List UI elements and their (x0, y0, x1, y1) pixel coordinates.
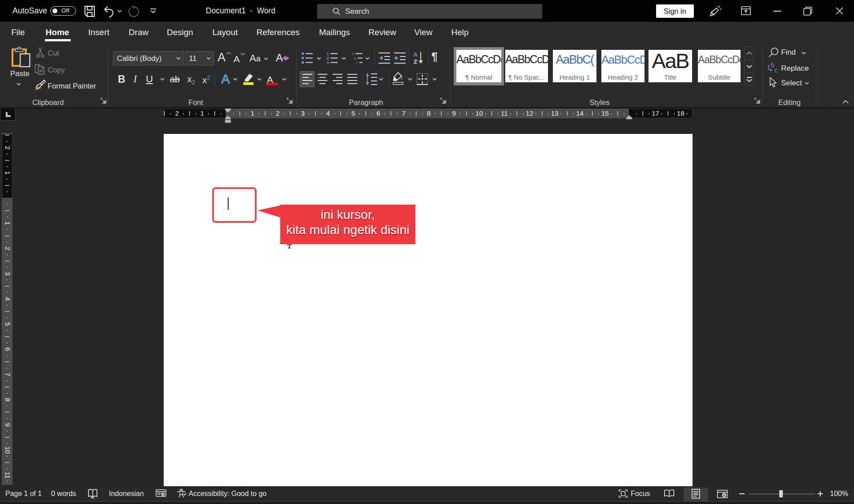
svg-text:4: 4 (326, 109, 330, 117)
svg-text:4: 4 (4, 297, 12, 301)
svg-text:15: 15 (601, 109, 609, 117)
svg-text:11: 11 (4, 472, 12, 479)
svg-text:10: 10 (475, 109, 483, 117)
svg-text:a: a (354, 56, 356, 60)
svg-text:A: A (413, 52, 418, 58)
svg-text:11: 11 (501, 109, 508, 117)
svg-text:A: A (222, 73, 230, 85)
svg-text:7: 7 (4, 372, 12, 376)
svg-text:2: 2 (4, 246, 12, 250)
svg-text:17: 17 (652, 109, 659, 117)
svg-text:5: 5 (351, 109, 355, 117)
svg-text:1: 1 (326, 52, 329, 56)
svg-text:13: 13 (551, 109, 559, 117)
svg-text:1: 1 (352, 52, 354, 56)
svg-text:3: 3 (4, 272, 12, 275)
svg-text:i: i (357, 60, 358, 64)
svg-text:8: 8 (427, 109, 431, 117)
svg-text:1: 1 (4, 171, 12, 175)
svg-text:Z: Z (414, 58, 417, 64)
svg-text:7: 7 (402, 109, 405, 117)
svg-text:5: 5 (4, 322, 12, 326)
svg-text:6: 6 (377, 109, 380, 117)
svg-text:2: 2 (175, 109, 179, 117)
svg-text:1: 1 (4, 222, 12, 225)
svg-text:10: 10 (4, 446, 12, 454)
svg-text:1: 1 (200, 109, 204, 117)
svg-text:1: 1 (250, 109, 254, 117)
svg-text:6: 6 (4, 347, 12, 351)
svg-text:2: 2 (276, 109, 279, 117)
svg-text:c: c (774, 67, 777, 74)
svg-text:2: 2 (326, 56, 329, 60)
svg-text:3: 3 (326, 60, 329, 64)
svg-text:b: b (771, 62, 774, 69)
svg-text:3: 3 (301, 109, 305, 117)
svg-text:9: 9 (4, 423, 12, 427)
svg-text:12: 12 (526, 109, 533, 117)
svg-text:14: 14 (576, 109, 584, 117)
svg-text:8: 8 (4, 398, 12, 401)
svg-text:2: 2 (4, 146, 12, 149)
svg-text:9: 9 (452, 109, 455, 117)
svg-text:18: 18 (677, 109, 685, 117)
